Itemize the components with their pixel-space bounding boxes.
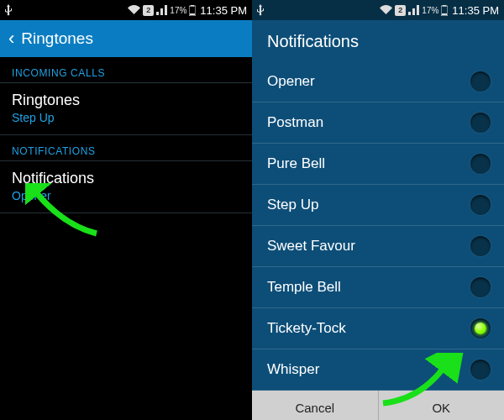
status-bar: 2 17% 11:35 PM xyxy=(0,0,252,20)
option-row[interactable]: Sweet Favour xyxy=(252,226,504,267)
radio-icon[interactable] xyxy=(470,154,491,174)
option-label: Sweet Favour xyxy=(267,238,355,255)
section-header-notifications: NOTIFICATIONS xyxy=(0,135,252,161)
radio-icon[interactable] xyxy=(470,318,491,339)
svg-rect-5 xyxy=(442,13,447,15)
battery-percent: 17% xyxy=(170,6,186,15)
clock-text: 11:35 PM xyxy=(452,4,499,17)
svg-rect-2 xyxy=(190,13,195,15)
status-bar: 2 17% 11:35 PM xyxy=(252,0,504,20)
wifi-icon xyxy=(380,5,392,15)
usb-icon xyxy=(257,4,264,16)
settings-list: INCOMING CALLS Ringtones Step Up NOTIFIC… xyxy=(0,57,252,213)
option-row[interactable]: Tickety-Tock xyxy=(252,308,504,349)
action-bar: ‹ Ringtones xyxy=(0,20,252,57)
option-label: Whisper xyxy=(267,361,319,378)
setting-ringtones[interactable]: Ringtones Step Up xyxy=(0,83,252,135)
svg-rect-1 xyxy=(191,5,194,7)
option-row[interactable]: Pure Bell xyxy=(252,144,504,185)
wifi-icon xyxy=(128,5,140,15)
option-row[interactable]: Opener xyxy=(252,61,504,102)
option-row[interactable]: Step Up xyxy=(252,185,504,226)
dialog-buttons: Cancel OK xyxy=(252,391,504,420)
setting-notifications[interactable]: Notifications Opener xyxy=(0,161,252,213)
option-label: Opener xyxy=(267,73,315,90)
screen-notification-picker: 2 17% 11:35 PM Notifications OpenerPostm… xyxy=(252,0,504,420)
option-row[interactable]: Whisper xyxy=(252,349,504,391)
radio-icon[interactable] xyxy=(470,71,491,92)
option-label: Temple Bell xyxy=(267,279,341,296)
signal-icon xyxy=(408,5,419,15)
cancel-button[interactable]: Cancel xyxy=(252,391,378,420)
clock-text: 11:35 PM xyxy=(200,4,247,17)
back-icon[interactable]: ‹ xyxy=(8,29,14,48)
setting-subtitle: Step Up xyxy=(12,111,240,124)
radio-icon[interactable] xyxy=(470,195,491,215)
option-label: Pure Bell xyxy=(267,155,325,172)
screen-ringtones-settings: 2 17% 11:35 PM ‹ Ringtones INCOMING CALL… xyxy=(0,0,252,420)
battery-icon xyxy=(441,5,448,16)
sim-icon: 2 xyxy=(395,5,406,16)
option-label: Step Up xyxy=(267,197,318,213)
radio-icon[interactable] xyxy=(470,113,491,133)
setting-title: Notifications xyxy=(12,170,240,187)
setting-subtitle: Opener xyxy=(12,189,240,202)
usb-icon xyxy=(5,4,12,16)
signal-icon xyxy=(156,5,167,15)
setting-title: Ringtones xyxy=(12,92,240,109)
battery-icon xyxy=(189,5,196,16)
section-header-calls: INCOMING CALLS xyxy=(0,57,252,83)
option-label: Postman xyxy=(267,114,323,131)
svg-rect-4 xyxy=(443,5,446,7)
radio-icon[interactable] xyxy=(470,277,491,297)
option-list[interactable]: OpenerPostmanPure BellStep UpSweet Favou… xyxy=(252,61,504,391)
battery-percent: 17% xyxy=(422,6,438,15)
sim-icon: 2 xyxy=(143,5,154,16)
ok-button[interactable]: OK xyxy=(378,391,505,420)
radio-icon[interactable] xyxy=(470,236,491,256)
option-row[interactable]: Postman xyxy=(252,102,504,144)
dialog-title: Notifications xyxy=(252,20,504,61)
radio-icon[interactable] xyxy=(470,360,491,380)
page-title: Ringtones xyxy=(21,29,93,48)
option-label: Tickety-Tock xyxy=(267,320,346,337)
option-row[interactable]: Temple Bell xyxy=(252,267,504,308)
